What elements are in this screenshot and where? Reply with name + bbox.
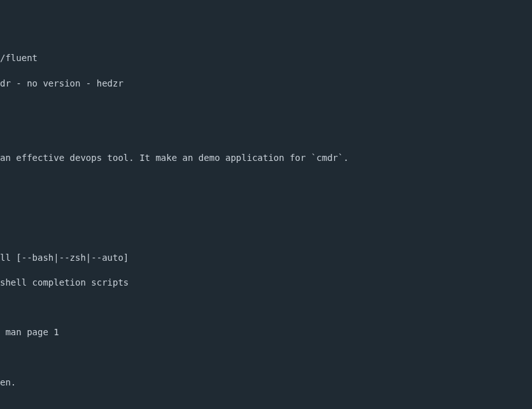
blank — [0, 302, 532, 314]
blank — [0, 401, 532, 409]
description: an effective devops tool. It make an dem… — [0, 152, 532, 165]
usage-shell-desc: shell completion scripts — [0, 277, 532, 289]
usage-man: man page 1 — [0, 326, 532, 339]
blank — [0, 227, 532, 240]
blank — [0, 102, 532, 115]
header-path: /fluent — [0, 52, 532, 65]
header-meta: dr - no version - hedzr — [0, 78, 532, 90]
blank — [0, 352, 532, 364]
blank — [0, 127, 532, 140]
blank — [0, 177, 532, 190]
blank — [0, 202, 532, 215]
usage-shell-flags: ll [--bash|--zsh|--auto] — [0, 252, 532, 265]
usage-en: en. — [0, 377, 532, 389]
